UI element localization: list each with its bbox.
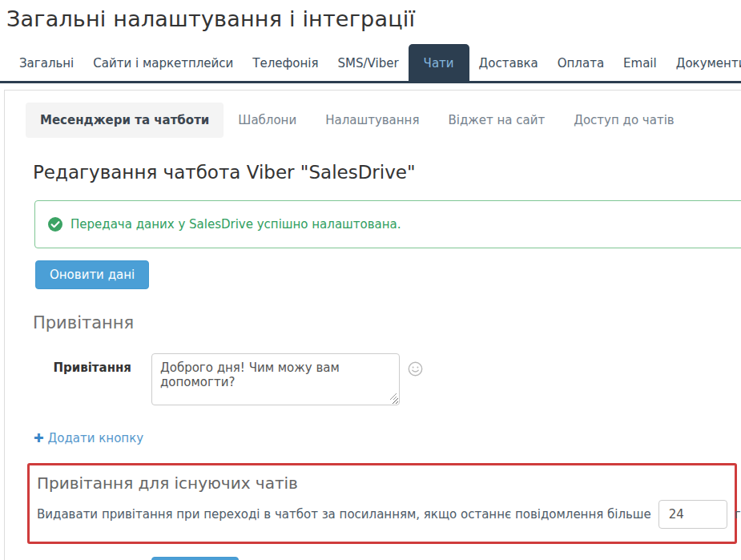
existing-chats-title: Привітання для існуючих чатів (37, 473, 727, 493)
subtab-access[interactable]: Доступ до чатів (559, 103, 688, 138)
content-panel: Месенджери та чатботиШаблониНалаштування… (4, 90, 741, 560)
main-tabs: ЗагальніСайти і маркетплейсиТелефоніяSMS… (0, 44, 741, 83)
greeting-textarea[interactable]: Доброго дня! Чим можу вам допомогти? (151, 353, 400, 405)
subtab-messengers[interactable]: Месенджери та чатботи (26, 103, 224, 138)
sub-tabs: Месенджери та чатботиШаблониНалаштування… (5, 91, 741, 138)
save-button[interactable]: Зберегти (151, 557, 239, 560)
add-button-link[interactable]: ✚Додати кнопку (34, 431, 143, 445)
existing-chats-text-before: Видавати привітання при переході в чатбо… (37, 507, 651, 522)
existing-chats-text-after: годин тому. (735, 507, 741, 522)
existing-chats-section: Привітання для існуючих чатів Видавати п… (27, 463, 737, 544)
tab-smsviber[interactable]: SMS/Viber (328, 50, 409, 81)
chatbot-edit-heading: Редагування чатбота Viber "SalesDrive" (33, 162, 741, 183)
page-title: Загальні налаштування і інтеграції (6, 6, 741, 31)
hours-input[interactable] (658, 500, 727, 529)
tab-sites[interactable]: Сайти і маркетплейси (83, 50, 243, 81)
subtab-widget[interactable]: Віджет на сайт (433, 103, 559, 138)
greeting-field-wrap: Доброго дня! Чим можу вам допомогти? (151, 353, 400, 409)
plus-icon: ✚ (34, 431, 44, 445)
tab-zagalni[interactable]: Загальні (10, 50, 83, 81)
tab-chats[interactable]: Чати (409, 44, 469, 81)
add-button-label: Додати кнопку (48, 431, 144, 445)
subtab-settings[interactable]: Налаштування (311, 103, 433, 138)
tab-delivery[interactable]: Доставка (469, 50, 548, 81)
tab-payment[interactable]: Оплата (548, 50, 614, 81)
update-data-button[interactable]: Оновити дані (35, 260, 149, 289)
tab-email[interactable]: Email (614, 50, 666, 81)
success-alert-text: Передача даних у SalesDrive успішно нала… (70, 217, 401, 232)
existing-chats-text: Видавати привітання при переході в чатбо… (37, 500, 727, 529)
greeting-field-label: Привітання (5, 353, 131, 375)
emoji-picker-icon[interactable] (408, 361, 423, 377)
success-alert: Передача даних у SalesDrive успішно нала… (34, 200, 741, 248)
tab-documents[interactable]: Документи (666, 50, 741, 81)
subtab-templates[interactable]: Шаблони (224, 103, 311, 138)
greeting-form-row: Привітання Доброго дня! Чим можу вам доп… (5, 353, 741, 409)
tab-telephony[interactable]: Телефонія (243, 50, 328, 81)
greeting-section-title: Привітання (33, 313, 741, 332)
check-circle-icon (47, 216, 63, 232)
